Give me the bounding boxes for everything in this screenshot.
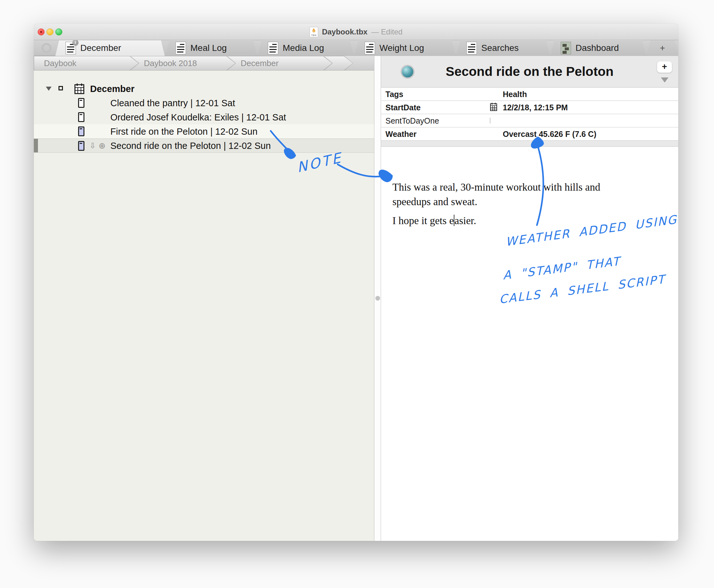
note-title: Second ride on the Peloton: [381, 64, 678, 79]
outline-item-label: Cleaned the pantry | 12-01 Sat: [110, 98, 235, 108]
disclosure-triangle-icon[interactable]: [46, 87, 51, 91]
selection-marker: [34, 139, 38, 152]
tab-label: Dashboard: [575, 43, 619, 53]
outline-row-cleaned-pantry[interactable]: Cleaned the pantry | 12-01 Sat: [34, 96, 374, 110]
agent-progress-ring-icon: [41, 43, 51, 53]
prototype-square-icon: [59, 86, 63, 90]
pane-splitter[interactable]: [374, 56, 381, 541]
tab-label: Meal Log: [190, 43, 227, 53]
breadcrumb-item-empty: [324, 56, 353, 70]
tab-december[interactable]: i December: [55, 40, 165, 56]
plus-icon: +: [660, 43, 665, 53]
splitter-handle[interactable]: [375, 296, 380, 301]
attribute-value[interactable]: 12/2/18, 12:15 PM: [503, 103, 568, 112]
tab-label: Weight Log: [379, 43, 424, 53]
attribute-row-senttodayone[interactable]: SentToDayOne: [381, 114, 678, 127]
outline-item-label: Ordered Josef Koudelka: Exiles | 12-01 S…: [110, 112, 286, 122]
outline-item-label: Second ride on the Peloton | 12-02 Sun: [110, 140, 271, 151]
info-badge-icon: i: [72, 40, 79, 45]
breadcrumb-label: December: [240, 56, 278, 70]
circle-plus-icon[interactable]: ⊕: [99, 141, 106, 150]
flame-icon: [310, 27, 318, 34]
outline-row-first-ride[interactable]: First ride on the Peloton | 12-02 Sun: [34, 124, 374, 139]
collapse-attributes-icon[interactable]: [661, 78, 669, 83]
attribute-row-weather[interactable]: Weather Overcast 45.626 F (7.6 C): [381, 127, 678, 141]
download-arrow-icon[interactable]: ⇩: [89, 141, 96, 150]
document-proxy-icon[interactable]: TBX: [310, 27, 318, 37]
note-pane: Second ride on the Peloton + Tags Health…: [381, 56, 678, 541]
breadcrumb-label: Daybook: [44, 56, 77, 70]
outline-view-icon: [364, 42, 375, 55]
outline-view-icon: [466, 42, 477, 55]
tab-weight-log[interactable]: Weight Log: [355, 40, 456, 56]
attribute-value[interactable]: Health: [503, 89, 527, 99]
attribute-row-startdate[interactable]: StartDate 12/2/18, 12:: [381, 101, 678, 114]
breadcrumb-item-daybook-2018[interactable]: Daybook 2018: [131, 56, 236, 70]
outline-row-december[interactable]: December: [34, 82, 374, 96]
breadcrumb: Daybook Daybook 2018 December: [34, 56, 374, 70]
body-paragraph: I hope it gets easier.: [393, 213, 645, 228]
attribute-value[interactable]: Overcast 45.626 F (7.6 C): [503, 129, 596, 139]
attribute-name: StartDate: [385, 103, 421, 112]
tab-searches[interactable]: Searches: [456, 40, 550, 56]
note-body-editor[interactable]: This was a real, 30-minute workout with …: [381, 172, 678, 541]
breadcrumb-item-daybook[interactable]: Daybook: [34, 56, 139, 70]
tab-media-log[interactable]: Media Log: [258, 40, 354, 56]
outline-row-ordered-koudelka[interactable]: Ordered Josef Koudelka: Exiles | 12-01 S…: [34, 110, 374, 124]
outline-view-icon: [175, 42, 186, 55]
tab-meal-log[interactable]: Meal Log: [165, 40, 257, 56]
attribute-table-footer: [381, 141, 678, 147]
displayed-attributes-table: Tags Health StartDate: [381, 88, 678, 147]
close-button[interactable]: [38, 28, 45, 36]
breadcrumb-item-december[interactable]: December: [227, 56, 332, 70]
note-icon: [78, 141, 84, 151]
body-line: speedups and sweat.: [393, 194, 645, 209]
minimize-button[interactable]: [46, 28, 54, 36]
note-header: Second ride on the Peloton +: [381, 56, 678, 88]
window-title-filename: Daybook.tbx: [322, 27, 368, 36]
outline-view-icon: [268, 42, 278, 55]
outline-item-label: December: [90, 83, 134, 94]
window-title: TBX Daybook.tbx — Edited: [310, 24, 402, 40]
zoom-button[interactable]: [55, 28, 62, 36]
outline-pane[interactable]: December Cleaned the pantry | 12-01 Sat …: [34, 70, 374, 541]
tab-dashboard[interactable]: Dashboard: [550, 40, 646, 56]
tab-label: Media Log: [283, 43, 324, 53]
senttodayone-checkbox[interactable]: [490, 118, 490, 124]
outline-row-second-ride[interactable]: ⇩ ⊕ Second ride on the Peloton | 12-02 S…: [34, 139, 374, 153]
tab-bar: i December Meal Log Media Log: [34, 40, 678, 56]
body-line: This was a real, 30-minute workout with …: [393, 180, 645, 194]
app-window: TBX Daybook.tbx — Edited i December Me: [34, 24, 678, 541]
outline-view-icon: i: [65, 42, 76, 55]
attribute-name: Weather: [385, 129, 417, 139]
note-icon: [78, 98, 84, 108]
tab-label: December: [80, 43, 121, 53]
note-icon: [78, 126, 84, 136]
add-displayed-attribute-button[interactable]: +: [657, 61, 672, 73]
attribute-name: SentToDayOne: [385, 116, 439, 125]
doc-icon-label: TBX: [310, 34, 318, 37]
attribute-row-tags[interactable]: Tags Health: [381, 88, 678, 101]
calendar-icon: [74, 83, 84, 94]
title-bar[interactable]: TBX Daybook.tbx — Edited: [34, 24, 678, 40]
map-view-icon: [561, 42, 571, 55]
attribute-name: Tags: [385, 89, 403, 99]
tab-label: Searches: [481, 43, 519, 53]
desktop: TBX Daybook.tbx — Edited i December Me: [0, 0, 714, 588]
calendar-icon[interactable]: [490, 102, 498, 112]
add-tab-button[interactable]: +: [647, 40, 678, 56]
window-title-edited: — Edited: [371, 27, 402, 36]
breadcrumb-label: Daybook 2018: [144, 56, 197, 70]
note-icon: [78, 112, 84, 122]
outline-item-label: First ride on the Peloton | 12-02 Sun: [110, 126, 257, 136]
